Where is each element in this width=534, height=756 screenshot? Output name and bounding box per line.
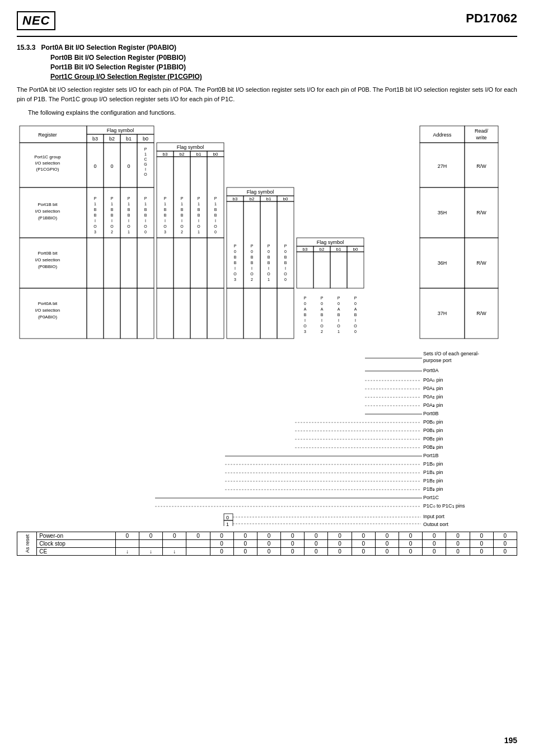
svg-rect-136 (120, 238, 137, 288)
svg-text:Port0A: Port0A (423, 368, 439, 373)
svg-text:A: A (321, 307, 324, 311)
svg-text:P: P (234, 244, 237, 248)
svg-rect-207 (277, 288, 294, 339)
svg-text:Port0B bit: Port0B bit (38, 251, 58, 256)
svg-text:B: B (284, 255, 287, 259)
svg-text:I: I (268, 266, 269, 270)
svg-text:P0B₀ pin: P0B₀ pin (423, 419, 443, 425)
svg-text:P1B₁ pin: P1B₁ pin (423, 469, 443, 475)
svg-text:B: B (164, 213, 167, 217)
svg-text:27H: 27H (438, 163, 447, 169)
svg-text:0: 0 (338, 302, 340, 306)
svg-text:I/O selection: I/O selection (35, 257, 60, 262)
svg-text:P: P (268, 244, 270, 248)
power-on-label: Power-on (37, 532, 116, 539)
svg-rect-138 (157, 238, 174, 288)
svg-text:I: I (321, 318, 322, 322)
svg-text:P: P (354, 296, 357, 300)
svg-text:B: B (354, 313, 357, 317)
svg-text:1: 1 (226, 522, 229, 526)
nec-logo: NEC (17, 11, 55, 30)
svg-text:B: B (234, 261, 237, 265)
svg-text:b1: b1 (126, 136, 132, 142)
svg-text:P: P (304, 296, 307, 300)
svg-text:O: O (144, 172, 147, 176)
svg-text:b2: b2 (109, 136, 115, 142)
svg-rect-202 (190, 288, 207, 339)
svg-text:1: 1 (128, 230, 130, 234)
svg-text:b2: b2 (180, 152, 185, 157)
svg-text:Port1C group: Port1C group (34, 154, 61, 159)
svg-text:2: 2 (111, 230, 113, 234)
svg-text:2: 2 (251, 278, 253, 281)
svg-text:P0B₁ pin: P0B₁ pin (423, 428, 443, 433)
svg-text:P: P (214, 196, 217, 200)
svg-text:I: I (355, 318, 356, 322)
svg-rect-140 (190, 238, 207, 288)
svg-text:P: P (338, 296, 340, 300)
svg-text:I/O selection: I/O selection (35, 209, 60, 214)
svg-text:B: B (321, 313, 324, 317)
svg-text:B: B (251, 255, 254, 259)
svg-text:A: A (354, 307, 357, 311)
svg-text:Flag symbol: Flag symbol (177, 144, 204, 150)
svg-text:P: P (181, 196, 184, 200)
section-title: 15.3.3 Port0A Bit I/O Selection Register… (17, 44, 517, 51)
svg-text:b2: b2 (320, 247, 325, 252)
diagram-area: Register Flag symbol b3 b2 b1 b0 Address… (17, 123, 517, 526)
svg-text:b2: b2 (250, 196, 255, 201)
svg-text:P0A₁ pin: P0A₁ pin (423, 386, 443, 391)
svg-text:0: 0 (234, 250, 236, 253)
svg-text:0: 0 (214, 230, 217, 234)
svg-text:36H: 36H (438, 260, 447, 266)
svg-text:2: 2 (321, 330, 323, 334)
svg-text:b3: b3 (303, 247, 308, 252)
svg-text:b0: b0 (213, 152, 218, 157)
svg-text:1: 1 (94, 202, 96, 206)
svg-rect-141 (207, 238, 224, 288)
svg-text:P: P (164, 196, 167, 200)
svg-text:B: B (94, 213, 97, 217)
svg-text:O: O (110, 224, 114, 228)
svg-text:I: I (95, 219, 96, 223)
svg-text:Sets I/O of each general-: Sets I/O of each general- (423, 351, 479, 356)
svg-rect-196 (87, 288, 104, 339)
svg-text:G: G (144, 162, 147, 166)
svg-text:1: 1 (338, 330, 340, 334)
svg-text:Port1B bit: Port1B bit (38, 202, 58, 207)
svg-text:O: O (337, 324, 340, 328)
svg-text:O: O (214, 224, 217, 228)
svg-text:Port1B: Port1B (423, 453, 439, 458)
svg-text:I: I (251, 266, 252, 270)
svg-text:O: O (93, 224, 97, 228)
svg-text:P1B₂ pin: P1B₂ pin (423, 478, 443, 483)
svg-text:Flag symbol: Flag symbol (317, 240, 344, 245)
svg-text:1: 1 (164, 202, 166, 206)
svg-text:O: O (284, 272, 287, 276)
svg-text:1: 1 (214, 202, 217, 206)
svg-text:I: I (235, 266, 236, 270)
svg-text:P0B₂ pin: P0B₂ pin (423, 436, 443, 442)
svg-text:b3: b3 (92, 136, 98, 142)
svg-text:I: I (165, 219, 166, 223)
svg-text:Address: Address (433, 132, 452, 138)
svg-text:I: I (215, 219, 216, 223)
svg-text:Port1C: Port1C (423, 495, 439, 500)
svg-rect-198 (120, 288, 137, 339)
svg-text:(P1CGPIO): (P1CGPIO) (36, 167, 59, 172)
svg-rect-192 (20, 288, 87, 339)
svg-text:I: I (305, 318, 306, 322)
svg-text:P: P (94, 196, 97, 200)
description-para1: The Port0A bit I/O selection register se… (17, 85, 517, 104)
svg-text:B: B (181, 208, 184, 212)
svg-text:0: 0 (93, 163, 96, 169)
svg-text:P: P (251, 244, 254, 248)
svg-text:(P1BBIO): (P1BBIO) (38, 215, 58, 220)
svg-text:P0A₃ pin: P0A₃ pin (423, 402, 443, 408)
svg-text:B: B (94, 208, 97, 212)
svg-rect-137 (137, 238, 154, 288)
svg-text:1: 1 (144, 202, 147, 206)
svg-text:0: 0 (268, 250, 270, 253)
svg-text:R/W: R/W (476, 163, 486, 169)
svg-text:B: B (181, 213, 184, 217)
